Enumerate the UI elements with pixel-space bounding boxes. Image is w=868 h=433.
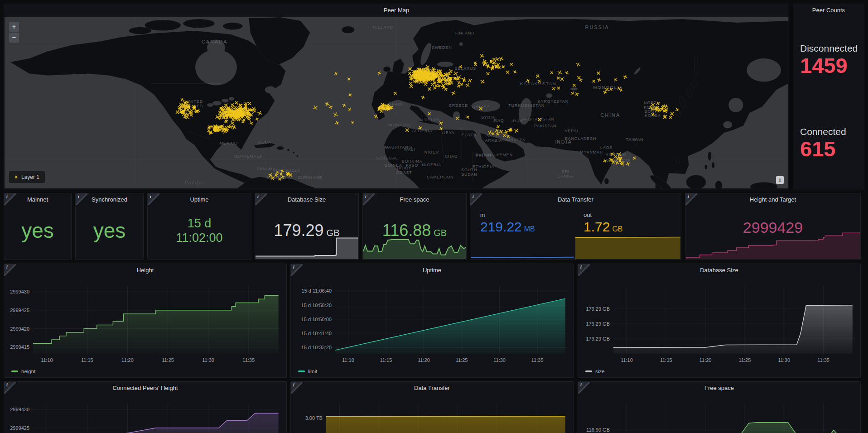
panel-peer-map: Peer Map — [4, 4, 789, 189]
panel-database-size-chart: i Database Size 11:1011:1511:2011:2511:3… — [578, 264, 861, 378]
layer-marker-icon: × — [14, 174, 18, 180]
svg-text:FINLAND: FINLAND — [455, 31, 475, 35]
panel-peer-counts: Peer Counts Disconnected 1459 Connected … — [793, 4, 864, 189]
chart-legend: limit — [298, 369, 317, 374]
legend-item[interactable]: limit — [298, 369, 317, 374]
synchronized-value: yes — [93, 218, 126, 243]
svg-text:NIGER: NIGER — [424, 150, 439, 154]
panel-free-space-chart: i Free space 11:1011:1511:2011:2511:3011… — [578, 381, 861, 433]
svg-text:LAOS: LAOS — [600, 145, 612, 150]
svg-text:11:25: 11:25 — [456, 357, 468, 363]
map-zoom-in-button[interactable]: + — [9, 22, 19, 32]
map-canvas[interactable]: CANADARUSSIAUNITEDSTATESMEXICOCUBAGUATEM… — [5, 17, 788, 188]
info-icon[interactable]: i — [4, 193, 16, 205]
panel-mainnet: i Mainnet yes — [4, 193, 72, 260]
svg-text:116.90 GB: 116.90 GB — [586, 427, 610, 433]
map-zoom-out-button[interactable]: − — [9, 33, 19, 43]
info-icon[interactable]: i — [291, 382, 303, 394]
svg-text:MEXICO: MEXICO — [220, 141, 238, 145]
stat-label: Disconnected — [800, 43, 858, 54]
svg-text:179.29 GB: 179.29 GB — [586, 336, 610, 342]
panel-title[interactable]: Connected Peers' Height — [4, 382, 286, 395]
svg-text:11:30: 11:30 — [493, 357, 506, 363]
info-icon[interactable]: i — [4, 264, 16, 276]
stat-label: out — [583, 212, 623, 218]
svg-text:15 d 10:33:20: 15 d 10:33:20 — [301, 345, 332, 350]
svg-text:2999430: 2999430 — [10, 289, 29, 294]
map-layer-toggle[interactable]: ×Layer 1 — [9, 171, 45, 183]
svg-text:NEPAL: NEPAL — [564, 129, 579, 133]
info-icon[interactable]: i — [255, 193, 267, 205]
info-icon[interactable]: i — [685, 193, 697, 205]
panel-title[interactable]: Height — [4, 264, 286, 277]
panel-title[interactable]: Peer Counts — [793, 4, 864, 17]
svg-text:15 d 10:50:00: 15 d 10:50:00 — [301, 317, 332, 322]
info-icon[interactable]: i — [363, 193, 375, 205]
info-icon[interactable]: i — [76, 193, 87, 205]
svg-text:179.29 GB: 179.29 GB — [586, 321, 610, 327]
legend-item[interactable]: size — [585, 369, 604, 374]
legend-swatch — [298, 370, 305, 372]
uptime-value: 15 d 11:02:00 — [176, 216, 222, 245]
panel-synchronized: i Synchronized yes — [75, 193, 144, 260]
info-icon[interactable]: i — [4, 382, 16, 394]
panel-connected-peers-height-chart: i Connected Peers' Height 11:1011:1511:2… — [4, 381, 287, 433]
height-chart[interactable]: 11:1011:1511:2011:2511:3011:352999415299… — [4, 264, 286, 377]
panel-title[interactable]: Peer Map — [4, 4, 789, 17]
panel-database-size-stat: i Database Size 179.29GB — [255, 193, 359, 260]
svg-text:SURINAME: SURINAME — [298, 175, 323, 180]
stat-value: 1.72GB — [583, 219, 623, 235]
world-map[interactable]: CANADARUSSIAUNITEDSTATESMEXICOCUBAGUATEM… — [5, 17, 788, 188]
svg-text:11:20: 11:20 — [699, 357, 712, 363]
data-out-sparkline — [575, 235, 681, 259]
legend-item[interactable]: height — [11, 369, 35, 374]
svg-text:11:30: 11:30 — [778, 357, 790, 363]
info-icon[interactable]: i — [470, 193, 482, 205]
panel-title[interactable]: Data Transfer — [470, 193, 681, 206]
info-icon[interactable]: i — [148, 193, 159, 205]
svg-text:2999430: 2999430 — [10, 407, 29, 412]
svg-text:RUSSIA: RUSSIA — [585, 24, 609, 30]
svg-text:SPAIN: SPAIN — [389, 102, 402, 106]
svg-text:ICELAND: ICELAND — [373, 25, 393, 29]
svg-text:11:35: 11:35 — [531, 357, 544, 363]
svg-text:LIBYA: LIBYA — [442, 130, 455, 135]
panel-title[interactable]: Data Transfer — [291, 382, 573, 395]
mainnet-value: yes — [21, 218, 54, 243]
panel-title[interactable]: Free space — [578, 382, 860, 395]
panel-data-transfer-stat: i Data Transfer in 219.22MB out 1.72GB — [470, 193, 681, 260]
svg-text:179.29 GB: 179.29 GB — [586, 306, 610, 312]
svg-text:CANADA: CANADA — [202, 39, 228, 44]
svg-text:11:15: 11:15 — [660, 357, 672, 363]
info-icon[interactable]: i — [578, 382, 590, 394]
svg-text:SAUDIARABIA: SAUDIARABIA — [485, 134, 502, 143]
svg-text:CHAD: CHAD — [445, 154, 458, 159]
panel-title[interactable]: Uptime — [291, 264, 573, 277]
grafana-dashboard: Peer Map — [0, 0, 868, 433]
svg-text:CHINA: CHINA — [600, 112, 620, 118]
map-attribution-button[interactable]: i — [776, 176, 784, 184]
svg-text:SOUTHSUDAN: SOUTHSUDAN — [461, 168, 477, 177]
layer-label: Layer 1 — [21, 174, 39, 180]
svg-text:YEMEN: YEMEN — [497, 153, 513, 157]
panel-title[interactable]: Database Size — [578, 264, 860, 277]
panel-uptime-chart: i Uptime 11:1011:1511:2011:2511:3011:351… — [290, 264, 574, 378]
svg-text:SWEDEN: SWEDEN — [432, 45, 452, 50]
svg-text:15 d 10:58:20: 15 d 10:58:20 — [301, 303, 332, 308]
svg-text:CAMEROON: CAMEROON — [427, 175, 453, 179]
svg-text:IRAN: IRAN — [511, 119, 523, 124]
svg-text:KYRGYZSTAN: KYRGYZSTAN — [538, 99, 569, 104]
database-size-chart[interactable]: 11:1011:1511:2011:2511:3011:35179.29 GB1… — [578, 264, 860, 377]
panel-title[interactable]: Height and Target — [685, 193, 860, 206]
uptime-chart[interactable]: 11:1011:1511:2011:2511:3011:3515 d 10:33… — [291, 264, 573, 377]
stat-value: 1459 — [800, 55, 858, 77]
stat-value: 615 — [800, 138, 846, 160]
svg-text:11:30: 11:30 — [202, 357, 214, 363]
svg-text:BANGLADESH: BANGLADESH — [565, 136, 596, 141]
info-icon[interactable]: i — [578, 264, 590, 276]
svg-text:TURKMENISTAN: TURKMENISTAN — [508, 103, 545, 108]
svg-text:GUATEMALA: GUATEMALA — [234, 154, 262, 159]
svg-text:MALI: MALI — [404, 147, 415, 152]
info-icon[interactable]: i — [291, 264, 303, 276]
svg-text:ALGERIA: ALGERIA — [412, 129, 432, 133]
